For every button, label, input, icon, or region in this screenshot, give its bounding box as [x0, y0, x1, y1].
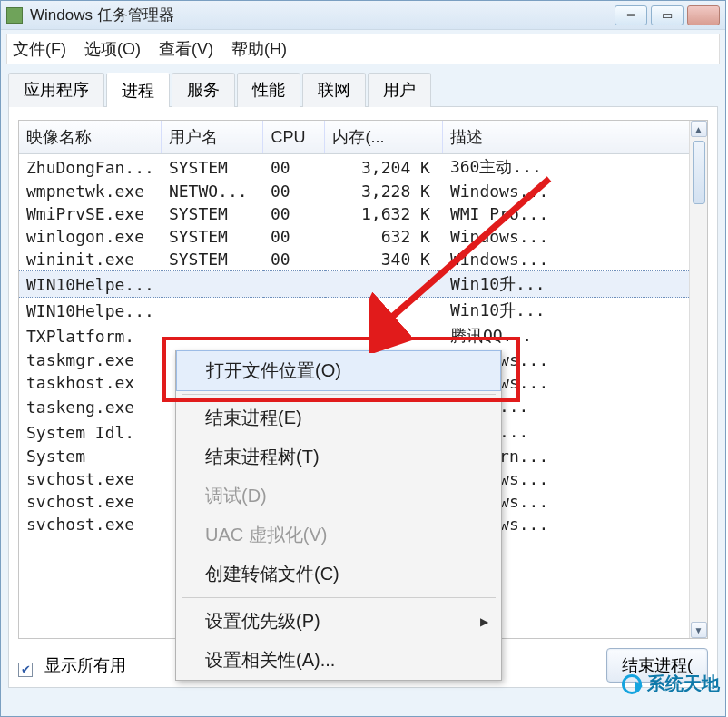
- tabbar: 应用程序 进程 服务 性能 联网 用户: [8, 72, 718, 107]
- task-manager-window: Windows 任务管理器 ━ ▭ 文件(F) 选项(O) 查看(V) 帮助(H…: [0, 0, 726, 717]
- table-row[interactable]: TXPlatform.腾讯QQ...: [19, 323, 707, 349]
- vertical-scrollbar[interactable]: ▲ ▼: [689, 121, 707, 638]
- ctx-set-priority[interactable]: 设置优先级(P) ▶: [176, 602, 501, 641]
- ctx-separator: [182, 394, 496, 395]
- menu-options[interactable]: 选项(O): [84, 38, 141, 60]
- cell-image: taskeng.exe: [19, 394, 162, 419]
- table-row[interactable]: ZhuDongFan...SYSTEM003,204 K360主动...: [19, 154, 707, 181]
- submenu-arrow-icon: ▶: [480, 615, 488, 628]
- cell-cpu: [263, 271, 325, 298]
- menu-file[interactable]: 文件(F): [13, 38, 66, 60]
- ctx-separator: [182, 597, 496, 598]
- table-row[interactable]: WmiPrvSE.exeSYSTEM001,632 KWMI Pro...: [19, 202, 707, 225]
- cell-mem: [325, 298, 443, 324]
- table-row[interactable]: WIN10Helpe...Win10升...: [19, 271, 707, 298]
- cell-cpu: [263, 298, 325, 324]
- col-cpu[interactable]: CPU: [263, 121, 325, 154]
- cell-image: wininit.exe: [19, 248, 162, 271]
- tab-performance[interactable]: 性能: [237, 73, 300, 107]
- ctx-uac-virtualization: UAC 虚拟化(V): [176, 516, 501, 555]
- cell-image: WIN10Helpe...: [19, 298, 162, 324]
- col-image[interactable]: 映像名称: [19, 121, 162, 154]
- context-menu: 打开文件位置(O) 结束进程(E) 结束进程树(T) 调试(D) UAC 虚拟化…: [175, 350, 502, 681]
- cell-mem: 3,204 K: [325, 154, 443, 181]
- table-row[interactable]: wmpnetwk.exeNETWO...003,228 KWindows...: [19, 180, 707, 202]
- cell-desc: Windows...: [443, 248, 707, 271]
- cell-desc: Win10升...: [443, 271, 707, 298]
- menu-view[interactable]: 查看(V): [159, 38, 213, 60]
- show-all-users-checkbox[interactable]: ✔: [18, 663, 33, 677]
- menubar: 文件(F) 选项(O) 查看(V) 帮助(H): [6, 34, 720, 64]
- col-memory[interactable]: 内存(...: [325, 121, 443, 154]
- window-title: Windows 任务管理器: [30, 5, 615, 25]
- check-icon: ✔: [21, 663, 31, 675]
- tab-services[interactable]: 服务: [172, 73, 235, 107]
- watermark-brand: 系统天地: [622, 672, 720, 696]
- cell-user: NETWO...: [162, 180, 263, 202]
- cell-user: SYSTEM: [162, 154, 263, 181]
- cell-desc: WMI Pro...: [443, 202, 707, 225]
- ctx-open-file-location[interactable]: 打开文件位置(O): [176, 350, 501, 391]
- close-button[interactable]: [687, 5, 720, 25]
- table-row[interactable]: WIN10Helpe...Win10升...: [19, 298, 707, 324]
- brand-logo-icon: [622, 674, 642, 694]
- cell-user: SYSTEM: [162, 202, 263, 225]
- cell-image: TXPlatform.: [19, 323, 162, 349]
- ctx-debug: 调试(D): [176, 476, 501, 516]
- cell-cpu: 00: [263, 180, 325, 202]
- cell-image: taskmgr.exe: [19, 349, 162, 371]
- window-buttons: ━ ▭: [615, 5, 720, 25]
- cell-image: svchost.exe: [19, 490, 162, 513]
- tab-users[interactable]: 用户: [368, 73, 431, 107]
- show-all-users-label: 显示所有用: [44, 656, 126, 674]
- ctx-set-affinity[interactable]: 设置相关性(A)...: [176, 641, 501, 680]
- cell-image: svchost.exe: [19, 467, 162, 490]
- cell-mem: [325, 323, 443, 349]
- table-row[interactable]: winlogon.exeSYSTEM00632 KWindows...: [19, 225, 707, 248]
- cell-user: [162, 323, 263, 349]
- cell-user: SYSTEM: [162, 225, 263, 248]
- cell-desc: 360主动...: [443, 154, 707, 181]
- ctx-end-process-tree[interactable]: 结束进程树(T): [176, 437, 501, 476]
- app-icon: [6, 7, 23, 24]
- titlebar[interactable]: Windows 任务管理器 ━ ▭: [1, 1, 725, 30]
- cell-desc: Windows...: [443, 225, 707, 248]
- scroll-down-arrow-icon[interactable]: ▼: [691, 622, 707, 638]
- cell-mem: 3,228 K: [325, 180, 443, 202]
- cell-mem: 1,632 K: [325, 202, 443, 225]
- minimize-button[interactable]: ━: [615, 5, 647, 25]
- tab-networking[interactable]: 联网: [302, 73, 366, 107]
- cell-cpu: [263, 323, 325, 349]
- cell-mem: 632 K: [325, 225, 443, 248]
- table-row[interactable]: wininit.exeSYSTEM00340 KWindows...: [19, 248, 707, 271]
- menu-help[interactable]: 帮助(H): [231, 38, 287, 60]
- cell-cpu: 00: [263, 248, 325, 271]
- ctx-end-process[interactable]: 结束进程(E): [176, 398, 501, 437]
- cell-desc: Windows...: [443, 180, 707, 202]
- brand-text: 系统天地: [647, 672, 720, 696]
- cell-image: ZhuDongFan...: [19, 154, 162, 181]
- tab-applications[interactable]: 应用程序: [8, 73, 104, 107]
- cell-user: [162, 271, 263, 298]
- col-user[interactable]: 用户名: [162, 121, 263, 154]
- cell-user: SYSTEM: [162, 248, 263, 271]
- cell-user: [162, 298, 263, 324]
- cell-mem: 340 K: [325, 248, 443, 271]
- show-all-users-checkbox-wrap[interactable]: ✔ 显示所有用: [18, 654, 126, 676]
- cell-image: WmiPrvSE.exe: [19, 202, 162, 225]
- cell-cpu: 00: [263, 154, 325, 181]
- cell-image: wmpnetwk.exe: [19, 180, 162, 202]
- cell-image: System Idl.: [19, 419, 162, 445]
- table-header-row: 映像名称 用户名 CPU 内存(... 描述: [19, 121, 707, 154]
- tab-processes[interactable]: 进程: [106, 73, 170, 107]
- maximize-button[interactable]: ▭: [651, 5, 684, 25]
- scroll-up-arrow-icon[interactable]: ▲: [691, 121, 707, 137]
- scroll-thumb[interactable]: [693, 141, 705, 204]
- cell-cpu: 00: [263, 202, 325, 225]
- cell-mem: [325, 271, 443, 298]
- ctx-create-dump[interactable]: 创建转储文件(C): [176, 555, 501, 594]
- cell-image: winlogon.exe: [19, 225, 162, 248]
- col-desc[interactable]: 描述: [443, 121, 707, 154]
- cell-image: taskhost.ex: [19, 371, 162, 394]
- cell-image: System: [19, 445, 162, 467]
